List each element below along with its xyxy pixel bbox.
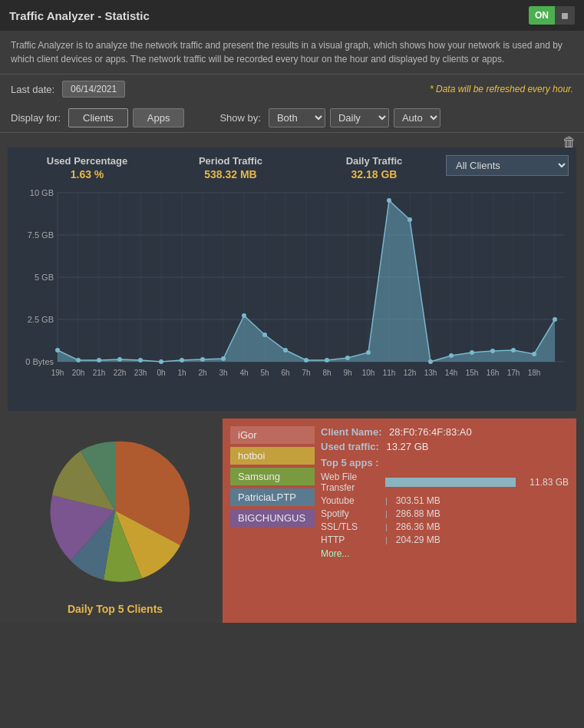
traffic-chart: 10 GB 7.5 GB 5 GB 2.5 GB 0 Bytes — [15, 185, 568, 400]
zoom-select[interactable]: Auto 1x 2x — [394, 108, 440, 127]
svg-text:0h: 0h — [157, 369, 165, 377]
all-clients-select[interactable]: All Clients iGor hotboi Samsung Patricia… — [446, 155, 569, 176]
apps-button[interactable]: Apps — [133, 108, 185, 127]
svg-text:5 GB: 5 GB — [35, 273, 54, 282]
svg-point-38 — [97, 358, 101, 362]
svg-point-47 — [283, 348, 288, 352]
svg-text:15h: 15h — [466, 369, 479, 377]
app-row-0: Web FileTransfer 11.83 GB — [321, 472, 569, 493]
app-row-1: Youtube | 303.51 MB — [321, 495, 569, 506]
daily-traffic-label: Daily Traffic — [302, 155, 446, 167]
svg-text:7.5 GB: 7.5 GB — [28, 230, 54, 240]
app-bar-container-0 — [385, 478, 516, 487]
svg-text:1h: 1h — [177, 369, 186, 377]
client-details: Client Name: 28:F0:76:4F:83:A0 Used traf… — [321, 426, 569, 615]
interval-select[interactable]: Daily Hourly Weekly — [330, 108, 389, 127]
app-row-3: SSL/TLS | 286.36 MB — [321, 521, 569, 532]
refresh-note: * Data will be refreshed every hour. — [430, 84, 573, 94]
client-list-item-bigchungus[interactable]: BIGCHUNGUS — [230, 509, 315, 527]
power-toggle[interactable]: ON ◼ — [529, 6, 575, 25]
svg-point-46 — [262, 333, 267, 337]
client-list: iGor hotboi Samsung PatriciaLPTP BIGCHUN… — [230, 426, 315, 615]
app-title: Traffic Analyzer - Statistic — [9, 9, 150, 22]
toggle-off-label: ◼ — [555, 6, 575, 25]
svg-point-39 — [117, 357, 122, 362]
app-name-0: Web FileTransfer — [321, 472, 382, 493]
pie-title: Daily Top 5 Clients — [68, 603, 163, 615]
svg-point-42 — [180, 358, 184, 362]
client-info-panel: iGor hotboi Samsung PatriciaLPTP BIGCHUN… — [223, 419, 576, 623]
svg-text:2.5 GB: 2.5 GB — [28, 315, 54, 324]
used-traffic-label: Used traffic: — [321, 441, 379, 452]
used-percentage-value: 1.63 % — [15, 168, 159, 180]
client-name-value: 28:F0:76:4F:83:A0 — [389, 426, 472, 438]
used-percentage-block: Used Percentage 1.63 % — [15, 155, 159, 180]
svg-point-43 — [200, 357, 205, 362]
client-select-container: All Clients iGor hotboi Samsung Patricia… — [446, 155, 569, 176]
client-list-item-igor[interactable]: iGor — [230, 426, 315, 444]
chart-svg-container: 10 GB 7.5 GB 5 GB 2.5 GB 0 Bytes — [15, 185, 569, 403]
svg-point-40 — [138, 358, 143, 362]
svg-text:3h: 3h — [219, 369, 227, 377]
svg-text:23h: 23h — [134, 369, 147, 377]
header: Traffic Analyzer - Statistic ON ◼ — [0, 0, 584, 31]
used-traffic-value: 13.27 GB — [386, 441, 428, 452]
svg-text:10 GB: 10 GB — [30, 188, 54, 197]
app-sep-3: | — [385, 522, 388, 531]
svg-point-54 — [428, 359, 433, 364]
client-list-item-samsung[interactable]: Samsung — [230, 468, 315, 485]
display-row: Display for: Clients Apps Show by: Both … — [0, 104, 584, 133]
svg-text:7h: 7h — [302, 369, 310, 377]
app-size-2: 286.88 MB — [391, 508, 440, 519]
period-traffic-value: 538.32 MB — [159, 168, 302, 180]
svg-point-45 — [242, 313, 246, 318]
app-size-0: 11.83 GB — [519, 477, 569, 488]
top5-apps-title: Top 5 apps : — [321, 457, 569, 468]
show-by-select[interactable]: Both Clients Apps — [269, 108, 325, 127]
app-container: Traffic Analyzer - Statistic ON ◼ Traffi… — [0, 0, 584, 623]
svg-text:8h: 8h — [322, 369, 331, 377]
svg-point-57 — [490, 349, 495, 353]
svg-text:19h: 19h — [51, 369, 64, 377]
svg-text:11h: 11h — [383, 369, 396, 377]
app-size-4: 204.29 MB — [391, 534, 440, 545]
svg-text:2h: 2h — [198, 369, 206, 377]
app-sep-1: | — [385, 496, 388, 505]
description-text: Traffic Analyzer is to analyze the netwo… — [0, 31, 584, 74]
show-by-label: Show by: — [219, 112, 260, 124]
date-badge: 06/14/2021 — [62, 81, 125, 98]
clients-button[interactable]: Clients — [68, 108, 128, 127]
app-sep-2: | — [385, 509, 388, 518]
svg-text:21h: 21h — [93, 369, 106, 377]
used-percentage-label: Used Percentage — [15, 155, 159, 167]
svg-text:6h: 6h — [281, 369, 289, 377]
app-row-2: Spotify | 286.88 MB — [321, 508, 569, 519]
chart-stats-row: Used Percentage 1.63 % Period Traffic 53… — [15, 155, 569, 180]
svg-point-48 — [304, 358, 308, 362]
more-link[interactable]: More... — [321, 548, 569, 559]
svg-point-36 — [55, 348, 60, 352]
app-name-1: Youtube — [321, 495, 382, 506]
app-name-3: SSL/TLS — [321, 521, 382, 532]
svg-text:14h: 14h — [445, 369, 458, 377]
svg-text:20h: 20h — [72, 369, 85, 377]
pie-chart — [23, 426, 207, 595]
app-row-4: HTTP | 204.29 MB — [321, 534, 569, 545]
pie-container: Daily Top 5 Clients — [8, 419, 223, 623]
chart-area: Used Percentage 1.63 % Period Traffic 53… — [8, 147, 576, 411]
client-list-item-patricia[interactable]: PatriciaLPTP — [230, 488, 315, 506]
svg-point-60 — [553, 317, 557, 322]
app-sep-4: | — [385, 535, 388, 544]
period-traffic-block: Period Traffic 538.32 MB — [159, 155, 302, 180]
app-size-1: 303.51 MB — [391, 495, 440, 506]
svg-point-53 — [407, 217, 412, 222]
bottom-section: Daily Top 5 Clients iGor hotboi Samsung … — [8, 419, 576, 623]
client-name-label: Client Name: — [321, 426, 381, 438]
svg-point-55 — [449, 353, 454, 358]
app-name-2: Spotify — [321, 508, 382, 519]
svg-text:16h: 16h — [487, 369, 500, 377]
client-list-item-hotboi[interactable]: hotboi — [230, 447, 315, 465]
svg-point-44 — [221, 356, 226, 361]
svg-text:9h: 9h — [343, 369, 351, 377]
svg-text:22h: 22h — [114, 369, 127, 377]
